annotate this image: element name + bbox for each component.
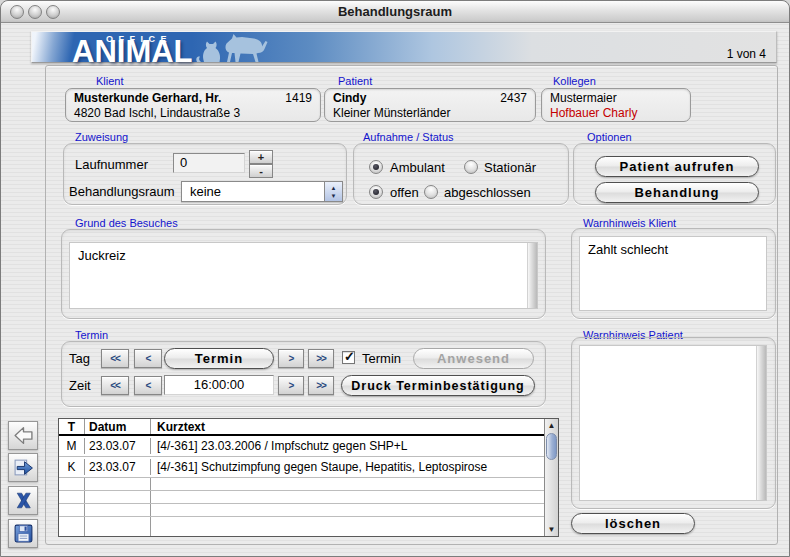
table-row-empty xyxy=(59,504,544,517)
radio-abgeschlossen-label: abgeschlossen xyxy=(444,185,531,200)
tag-next-button[interactable]: > xyxy=(278,349,304,368)
cell-kurztext: [4/-361] 23.03.2006 / Impfschutz gegen S… xyxy=(151,438,544,454)
history-table: T Datum Kurztext M 23.03.07 [4/-361] 23.… xyxy=(58,418,559,537)
radio-stationaer-label: Stationär xyxy=(484,160,536,175)
save-button[interactable] xyxy=(8,519,38,548)
back-arrow-icon xyxy=(13,425,34,446)
options-section-label: Optionen xyxy=(587,131,632,143)
client-name: Musterkunde Gerhard, Hr. xyxy=(74,91,221,106)
warning-patient-scrollbar[interactable] xyxy=(756,346,766,500)
laufnummer-increment-button[interactable]: + xyxy=(249,150,273,164)
visit-reason-textarea[interactable]: Juckreiz xyxy=(69,242,538,309)
patient-info-box: Cindy 2437 Kleiner Münsterländer xyxy=(324,88,536,122)
time-field[interactable]: 16:00:00 xyxy=(164,375,274,395)
zeit-next-button[interactable]: > xyxy=(278,376,304,395)
table-row[interactable]: K 23.03.07 [4/-361] Schutzimpfung gegen … xyxy=(59,457,544,478)
zeit-fast-prev-button[interactable]: << xyxy=(101,376,129,395)
minimize-button[interactable] xyxy=(28,5,42,19)
zeit-prev-button[interactable]: < xyxy=(134,376,162,395)
laufnummer-label: Laufnummer xyxy=(75,157,148,172)
anwesend-button[interactable]: Anwesend xyxy=(413,348,534,369)
cell-kurztext: [4/-361] Schutzimpfung gegen Staupe, Hep… xyxy=(151,459,544,475)
behandlung-button[interactable]: Behandlung xyxy=(595,182,759,203)
patient-breed: Kleiner Münsterländer xyxy=(333,106,527,121)
table-row[interactable]: M 23.03.07 [4/-361] 23.03.2006 / Impfsch… xyxy=(59,436,544,457)
delete-record-button[interactable] xyxy=(8,486,38,515)
window-titlebar[interactable]: Behandlungsraum xyxy=(1,1,789,23)
client-address: 4820 Bad Ischl, Lindaustraße 3 xyxy=(74,106,312,121)
scrollbar-thumb[interactable] xyxy=(546,433,557,460)
logo-animal-text: ANIMAL xyxy=(72,39,193,65)
client-section-label: Klient xyxy=(96,75,124,87)
scroll-up-icon[interactable]: ▲ xyxy=(545,419,558,432)
zoom-button[interactable] xyxy=(46,5,60,19)
scroll-down-icon[interactable]: ▼ xyxy=(545,523,558,536)
cell-datum: 23.03.07 xyxy=(85,438,151,454)
chevron-up-down-icon[interactable] xyxy=(324,182,342,201)
table-header-row: T Datum Kurztext xyxy=(59,419,544,436)
radio-ambulant[interactable] xyxy=(369,160,383,174)
warning-client-textarea[interactable]: Zahlt schlecht xyxy=(579,236,767,311)
close-button[interactable] xyxy=(10,5,24,19)
back-button[interactable] xyxy=(8,421,38,450)
colleagues-section-label: Kollegen xyxy=(553,75,596,87)
behandlungsraum-label: Behandlungsraum xyxy=(69,184,175,199)
patient-section-label: Patient xyxy=(338,75,372,87)
radio-ambulant-label: Ambulant xyxy=(390,160,445,175)
termin-checkbox[interactable] xyxy=(342,351,355,364)
tag-fast-prev-button[interactable]: << xyxy=(101,349,129,368)
radio-stationaer[interactable] xyxy=(464,160,478,174)
visit-reason-section-label: Grund des Besuches xyxy=(75,217,178,229)
window-title: Behandlungsraum xyxy=(1,1,789,23)
delete-x-icon xyxy=(13,490,34,511)
record-counter: 1 von 4 xyxy=(727,47,766,61)
client-info-box: Musterkunde Gerhard, Hr. 1419 4820 Bad I… xyxy=(65,88,321,122)
forward-button[interactable] xyxy=(8,453,38,482)
radio-abgeschlossen[interactable] xyxy=(424,185,438,199)
behandlungsraum-selected-value: keine xyxy=(182,184,221,199)
laufnummer-decrement-button[interactable]: - xyxy=(249,164,273,178)
radio-offen[interactable] xyxy=(369,185,383,199)
colleague-1: Mustermaier xyxy=(550,91,682,106)
table-row-empty xyxy=(59,517,544,536)
status-section-label: Aufnahme / Status xyxy=(363,131,454,143)
laufnummer-field[interactable]: 0 xyxy=(173,153,245,173)
visit-reason-scrollbar[interactable] xyxy=(527,243,537,308)
termin-button[interactable]: Termin xyxy=(164,348,274,369)
behandlungsraum-select[interactable]: keine xyxy=(181,181,343,202)
behandlungsraum-window: Behandlungsraum OFFICE ANIMAL 1 von 4 Kl… xyxy=(0,0,790,557)
tag-label: Tag xyxy=(69,351,90,366)
druck-terminbestaetigung-button[interactable]: Druck Terminbestätigung xyxy=(341,375,535,396)
loeschen-button[interactable]: löschen xyxy=(571,513,695,534)
table-row-empty xyxy=(59,491,544,504)
table-row-empty xyxy=(59,478,544,491)
history-table-content: T Datum Kurztext M 23.03.07 [4/-361] 23.… xyxy=(59,419,544,536)
column-header-datum: Datum xyxy=(85,419,151,434)
patient-aufrufen-button[interactable]: Patient aufrufen xyxy=(595,156,759,177)
cell-datum: 23.03.07 xyxy=(85,459,151,475)
radio-offen-label: offen xyxy=(390,185,419,200)
column-header-kurztext: Kurztext xyxy=(151,419,544,434)
save-disk-icon xyxy=(13,523,34,544)
tag-prev-button[interactable]: < xyxy=(134,349,162,368)
zeit-fast-next-button[interactable]: >> xyxy=(308,376,334,395)
visit-reason-text: Juckreiz xyxy=(78,248,126,263)
zeit-label: Zeit xyxy=(69,378,91,393)
column-header-t: T xyxy=(59,419,85,434)
warning-client-text: Zahlt schlecht xyxy=(588,242,668,257)
cell-type: M xyxy=(59,438,85,454)
tag-fast-next-button[interactable]: >> xyxy=(308,349,334,368)
cell-type: K xyxy=(59,459,85,475)
patient-name: Cindy xyxy=(333,91,366,106)
termin-checkbox-label: Termin xyxy=(362,351,401,366)
client-number: 1419 xyxy=(285,91,312,106)
warning-patient-textarea[interactable] xyxy=(579,345,767,501)
app-banner: OFFICE ANIMAL 1 von 4 xyxy=(31,31,777,63)
table-scrollbar[interactable]: ▲ ▼ xyxy=(544,419,558,536)
colleague-2: Hofbauer Charly xyxy=(550,106,682,121)
assignment-section-label: Zuweisung xyxy=(75,131,128,143)
dog-cat-silhouette-icon xyxy=(194,33,272,63)
termin-section-label: Termin xyxy=(75,329,108,341)
patient-number: 2437 xyxy=(500,91,527,106)
forward-arrow-icon xyxy=(13,457,34,478)
